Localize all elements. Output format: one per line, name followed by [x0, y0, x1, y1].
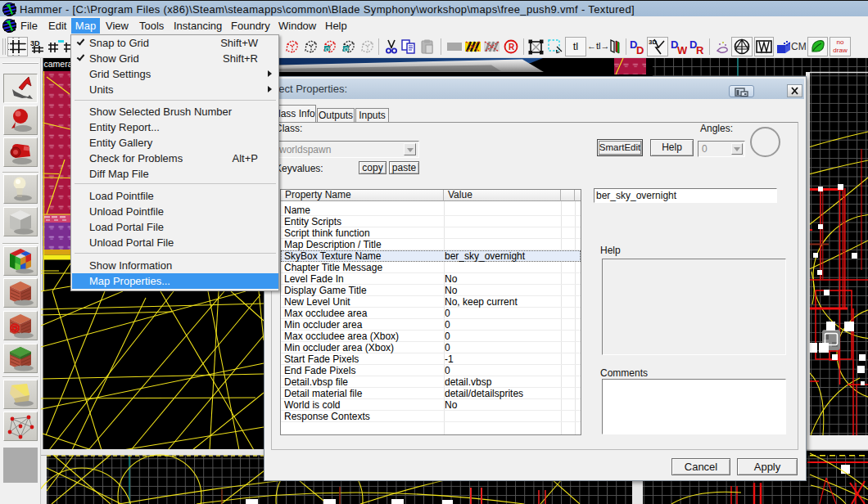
- svg-text:Q: Q: [325, 47, 330, 53]
- svg-text:W: W: [677, 44, 687, 55]
- svg-text:camera: camera: [44, 59, 73, 69]
- svg-text:R: R: [696, 44, 704, 55]
- svg-text:D: D: [636, 44, 644, 55]
- svg-text:Q: Q: [344, 47, 349, 53]
- svg-text:R: R: [509, 43, 515, 52]
